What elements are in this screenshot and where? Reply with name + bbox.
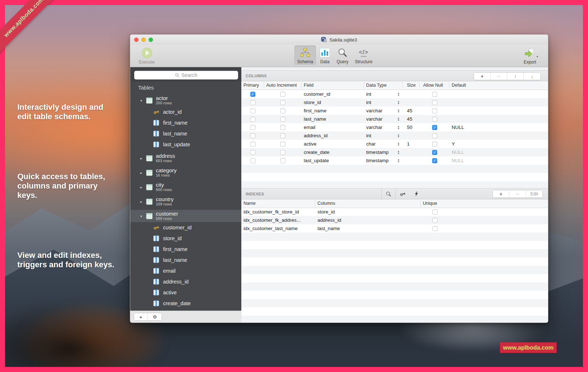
- sidebar-item-category[interactable]: ▸category16 rows: [130, 166, 241, 179]
- allow-null-checkbox[interactable]: ✓: [432, 158, 437, 163]
- allow-null-checkbox[interactable]: ✓: [432, 125, 437, 130]
- sidebar-item-customer-customer_id[interactable]: customer_id: [130, 222, 241, 233]
- column-row-email[interactable]: emailvarchar▲▼50✓NULL: [241, 123, 548, 131]
- index-columns-cell[interactable]: address_id: [315, 217, 421, 223]
- auto-increment-checkbox[interactable]: [280, 108, 285, 113]
- move-column-down-button[interactable]: ↓: [524, 73, 540, 80]
- stepper-icon[interactable]: ▲▼: [398, 100, 400, 105]
- data-type-cell[interactable]: timestamp▲▼: [364, 150, 403, 155]
- sidebar-item-actor[interactable]: ▾actor200 rows: [130, 94, 241, 107]
- primary-checkbox[interactable]: [250, 117, 255, 122]
- sidebar-item-actor-first_name[interactable]: first_name: [130, 117, 241, 128]
- index-name-cell[interactable]: idx_customer_fk_store_id: [241, 209, 315, 215]
- remove-column-button[interactable]: −: [491, 73, 507, 80]
- add-table-button[interactable]: +: [134, 313, 148, 320]
- field-cell[interactable]: store_id: [302, 100, 364, 105]
- primary-checkbox[interactable]: [250, 100, 255, 105]
- sidebar-item-actor-last_name[interactable]: last_name: [130, 128, 241, 139]
- stepper-icon[interactable]: ▲▼: [398, 150, 400, 155]
- sidebar-item-address[interactable]: ▸address603 rows: [130, 152, 241, 164]
- sidebar-item-customer-active[interactable]: active: [130, 287, 241, 298]
- lightning-icon[interactable]: [409, 189, 423, 199]
- auto-increment-checkbox[interactable]: [280, 150, 285, 155]
- disclosure-right-icon[interactable]: ▸: [140, 200, 146, 204]
- field-cell[interactable]: last_update: [302, 158, 364, 163]
- index-columns-cell[interactable]: store_id: [315, 209, 421, 215]
- sidebar-item-customer-create_date[interactable]: create_date: [130, 298, 241, 309]
- index-name-cell[interactable]: idx_customer_fk_addres...: [241, 217, 315, 223]
- allow-null-checkbox[interactable]: [432, 142, 437, 147]
- primary-checkbox[interactable]: [250, 158, 255, 163]
- allow-null-checkbox[interactable]: [432, 100, 437, 105]
- allow-null-checkbox[interactable]: [432, 117, 437, 122]
- add-index-button[interactable]: +: [493, 190, 509, 198]
- disclosure-right-icon[interactable]: ▸: [140, 185, 146, 189]
- primary-checkbox[interactable]: [250, 108, 255, 113]
- primary-checkbox[interactable]: [250, 125, 255, 130]
- actions-gear-button[interactable]: ⚙: [148, 313, 162, 320]
- primary-checkbox[interactable]: [250, 133, 255, 138]
- index-name-cell[interactable]: idx_customer_last_name: [241, 226, 315, 231]
- edit-index-button[interactable]: Edit: [526, 190, 543, 198]
- stepper-icon[interactable]: ▲▼: [398, 92, 400, 96]
- index-row-idx_customer_fk_addres[interactable]: idx_customer_fk_addres...address_id: [241, 216, 548, 224]
- auto-increment-checkbox[interactable]: [280, 142, 285, 147]
- field-cell[interactable]: email: [302, 125, 364, 130]
- search-icon[interactable]: [382, 189, 395, 199]
- stepper-icon[interactable]: ▲▼: [398, 134, 400, 138]
- data-type-cell[interactable]: varchar▲▼: [364, 108, 403, 113]
- stepper-icon[interactable]: ▲▼: [398, 117, 400, 121]
- auto-increment-checkbox[interactable]: [280, 100, 285, 105]
- unique-checkbox[interactable]: [433, 209, 438, 215]
- data-type-cell[interactable]: varchar▲▼: [364, 125, 403, 130]
- disclosure-down-icon[interactable]: ▾: [140, 99, 146, 103]
- data-type-cell[interactable]: char▲▼: [364, 141, 403, 147]
- remove-index-button[interactable]: −: [509, 190, 526, 198]
- stepper-icon[interactable]: ▲▼: [398, 159, 400, 163]
- column-row-last_name[interactable]: last_namevarchar▲▼45: [241, 115, 548, 123]
- unique-checkbox[interactable]: [433, 226, 438, 231]
- search-input[interactable]: Search: [134, 71, 238, 79]
- index-columns-cell[interactable]: last_name: [315, 226, 421, 231]
- column-row-active[interactable]: activechar▲▼1Y: [241, 140, 548, 148]
- add-column-button[interactable]: +: [474, 73, 491, 80]
- allow-null-checkbox[interactable]: [432, 92, 437, 97]
- primary-checkbox[interactable]: ✓: [250, 92, 255, 97]
- column-row-first_name[interactable]: first_namevarchar▲▼45: [241, 107, 548, 115]
- data-type-cell[interactable]: varchar▲▼: [364, 116, 403, 122]
- key-icon[interactable]: [396, 189, 409, 199]
- allow-null-checkbox[interactable]: ✓: [432, 150, 437, 155]
- sidebar-item-customer-address_id[interactable]: address_id: [130, 276, 241, 287]
- execute-button[interactable]: Execute: [135, 46, 158, 65]
- auto-increment-checkbox[interactable]: [280, 133, 285, 138]
- close-button[interactable]: [134, 38, 139, 42]
- column-row-create_date[interactable]: create_datetimestamp▲▼✓NULL: [241, 148, 548, 156]
- export-button[interactable]: ▼ Export: [520, 46, 540, 65]
- default-cell[interactable]: NULL: [449, 150, 548, 155]
- column-row-last_update[interactable]: last_updatetimestamp▲▼✓NULL: [241, 156, 548, 165]
- field-cell[interactable]: active: [302, 141, 364, 147]
- index-row-idx_customer_fk_store_id[interactable]: idx_customer_fk_store_idstore_id: [241, 208, 548, 216]
- view-button-data[interactable]: Data: [317, 46, 333, 65]
- size-cell[interactable]: 45: [403, 116, 420, 122]
- field-cell[interactable]: first_name: [302, 108, 364, 113]
- data-type-cell[interactable]: int▲▼: [364, 100, 403, 105]
- disclosure-down-icon[interactable]: ▾: [140, 214, 146, 218]
- data-type-cell[interactable]: timestamp▲▼: [364, 158, 403, 163]
- sidebar-item-actor-last_update[interactable]: last_update: [130, 139, 241, 150]
- sidebar-item-city[interactable]: ▸city600 rows: [130, 181, 241, 193]
- sidebar-item-customer[interactable]: ▾customer599 rows: [130, 210, 241, 222]
- column-row-store_id[interactable]: store_idint▲▼: [241, 98, 548, 107]
- index-row-idx_customer_last_name[interactable]: idx_customer_last_namelast_name: [241, 224, 548, 233]
- field-cell[interactable]: last_name: [302, 116, 364, 122]
- stepper-icon[interactable]: ▲▼: [398, 125, 400, 130]
- disclosure-right-icon[interactable]: ▸: [140, 171, 146, 175]
- field-cell[interactable]: address_id: [302, 133, 364, 138]
- field-cell[interactable]: customer_id: [302, 91, 364, 97]
- primary-checkbox[interactable]: [250, 142, 255, 147]
- default-cell[interactable]: NULL: [449, 125, 548, 130]
- view-button-query[interactable]: Query: [334, 46, 351, 65]
- fullscreen-button[interactable]: [149, 38, 153, 42]
- view-button-structure[interactable]: </>Structure: [352, 46, 376, 65]
- sidebar-item-customer-first_name[interactable]: first_name: [130, 244, 241, 255]
